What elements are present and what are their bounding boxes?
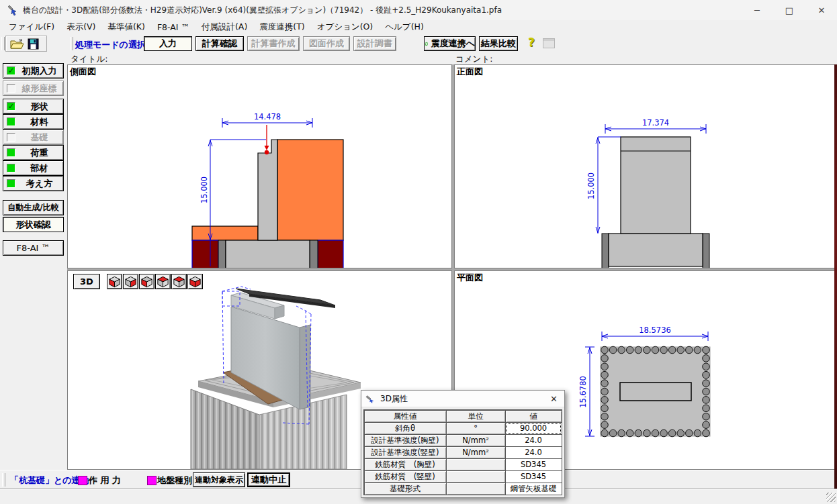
menubar: ファイル(F) 表示(V) 基準値(K) F8-AI ™ 付属設計(A) 震度連… (0, 20, 837, 34)
attributes-table: 属性値 単位 値 斜角θ ° 90.000 設計基準強度(胸壁) N/mm² 2… (363, 409, 562, 495)
field-labels-row: タイトル: コメント: (67, 53, 837, 64)
front-width-dimension: 17.374 (642, 118, 669, 128)
open-file-icon[interactable] (10, 38, 24, 50)
front-view-panel: 正面図 17.374 15.000 (454, 64, 837, 268)
side-width-dimension: 14.478 (254, 112, 281, 121)
plan-width-dimension: 18.5736 (639, 325, 671, 335)
side-view-drawing: 14.478 15.000 (68, 65, 451, 268)
table-row: 設計基準強度(竪壁) N/mm² 24.0 (364, 446, 562, 458)
sidebar-item-foundation: 基礎 (3, 130, 64, 145)
value-cell[interactable]: 鋼管矢板基礎 (505, 483, 562, 495)
footing-plan (601, 347, 710, 436)
checkbox-empty-icon (7, 84, 15, 93)
side-height-dimension: 15.000 (200, 177, 209, 203)
sidebar-item-initial-input[interactable]: ✓初期入力 (3, 63, 64, 79)
header-unit: 単位 (446, 410, 506, 423)
menu-seismic-link[interactable]: 震度連携(T) (253, 20, 310, 34)
window-title: 橋台の設計・3D配筋(部分係数法・H29道示対応)Ver.9 (x64)(翼壁拡… (23, 5, 502, 16)
seismic-link-label: 震度連携へ (431, 38, 475, 50)
abutment-wall-section (258, 140, 277, 240)
value-cell[interactable]: 90.000 (505, 422, 562, 435)
menu-options[interactable]: オプション(O) (311, 20, 380, 34)
sidebar-item-shape[interactable]: ✓形状 (3, 99, 64, 114)
value-cell[interactable]: 24.0 (505, 434, 562, 447)
wall-side-face (300, 325, 310, 409)
menu-view[interactable]: 表示(V) (60, 20, 101, 34)
front-view-title: 正面図 (456, 66, 484, 78)
comment-field-label: コメント: (455, 54, 492, 65)
mode-select-label: 処理モードの選択 (75, 39, 146, 51)
auto-generate-compare-button[interactable]: 自動生成/比較 (3, 200, 64, 215)
seismic-link-button[interactable]: 震度連携へ (424, 36, 476, 51)
sidebar-item-material[interactable]: 材料 (3, 114, 64, 130)
form-window-icon (543, 38, 555, 48)
dialog-icon (365, 394, 376, 403)
side-view-panel: 側面図 14.478 15.000 (67, 64, 452, 268)
table-row: 設計基準強度(胸壁) N/mm² 24.0 (364, 434, 562, 446)
checkbox-checked-icon: ✓ (7, 66, 15, 75)
shape-confirm-button[interactable]: 形状確認 (3, 217, 64, 232)
checkbox-filled-icon (7, 117, 15, 126)
table-row: 鉄筋材質 (胸壁) SD345 (364, 458, 562, 470)
toolbar-grip (1, 37, 5, 50)
toolbar: 処理モードの選択 入力 計算確認 計算書作成 図面作成 設計調書 震度連携へ 結… (0, 34, 837, 54)
sidebar: ✓初期入力 線形座標 ✓形状 材料 基礎 荷重 部材 考え方 自動生成/比較 形… (0, 53, 67, 470)
result-compare-button[interactable]: 結果比較 (479, 36, 518, 51)
plan-height-dimension: 15.6780 (578, 376, 588, 408)
menu-f8ai[interactable]: F8-AI ™ (151, 21, 195, 34)
toolbar-grip (70, 37, 73, 50)
abort-link-button[interactable]: 連動中止 (247, 472, 290, 487)
dialog-close-button[interactable]: ✕ (547, 394, 560, 404)
pile-foundation-link-label[interactable]: 「杭基礎」との連動 (10, 474, 89, 487)
mode-design-book-button: 設計調書 (353, 36, 396, 51)
pile-block-left-face (191, 389, 259, 469)
show-link-target-button[interactable]: 連動対象表示 (193, 472, 245, 487)
menu-standard-values[interactable]: 基準値(K) (101, 20, 150, 34)
minimize-button[interactable]: ─ (742, 0, 773, 20)
front-view-drawing: 17.374 15.000 (455, 65, 836, 268)
dialog-title: 3D属性 (380, 393, 543, 405)
close-button[interactable]: ✕ (806, 0, 837, 20)
acting-force-legend-swatch (78, 476, 87, 485)
ground-type-legend-label: 地盤種別 (157, 474, 192, 487)
app-icon (7, 4, 19, 16)
checkbox-empty-icon (7, 133, 15, 142)
mode-report-button: 計算書作成 (247, 36, 300, 51)
side-view-title: 側面図 (69, 66, 97, 78)
sidebar-item-approach[interactable]: 考え方 (3, 176, 64, 191)
right-edge-artifact (834, 64, 837, 489)
f8-ai-button[interactable]: F8-AI ™ (3, 240, 64, 256)
header-value: 値 (505, 410, 562, 423)
mode-drawing-button: 図面作成 (303, 36, 350, 51)
mode-input-button[interactable]: 入力 (144, 36, 192, 51)
header-attribute: 属性値 (364, 410, 447, 423)
menu-file[interactable]: ファイル(F) (3, 20, 60, 34)
value-cell[interactable]: 24.0 (505, 446, 562, 459)
title-field-label: タイトル: (71, 54, 107, 65)
value-cell[interactable]: SD345 (505, 458, 562, 471)
menu-help[interactable]: ヘルプ(H) (379, 20, 430, 34)
front-height-dimension: 15.000 (586, 172, 596, 199)
file-icon-group (5, 36, 47, 52)
checkbox-filled-icon (7, 148, 15, 157)
checkbox-filled-icon (7, 179, 15, 188)
table-row: 鉄筋材質 (竪壁) SD345 (364, 470, 562, 483)
save-icon[interactable] (28, 38, 39, 50)
table-row: 基礎形式 鋼管矢板基礎 (364, 483, 562, 495)
dialog-titlebar[interactable]: 3D属性 ✕ (361, 391, 564, 407)
table-row: 斜角θ ° 90.000 (364, 422, 562, 434)
acting-force-legend-label: 作 用 力 (89, 474, 121, 487)
checkbox-checked-icon: ✓ (7, 102, 15, 111)
resize-grip[interactable] (826, 493, 836, 502)
mode-calc-check-button[interactable]: 計算確認 (195, 36, 244, 51)
help-icon[interactable]: ? (528, 36, 535, 49)
plan-view-title: 平面図 (456, 272, 484, 284)
menu-attached-design[interactable]: 付属設計(A) (195, 20, 253, 34)
sync-icon (425, 40, 429, 48)
sidebar-item-load[interactable]: 荷重 (3, 145, 64, 160)
titlebar: 橋台の設計・3D配筋(部分係数法・H29道示対応)Ver.9 (x64)(翼壁拡… (0, 0, 837, 21)
sidebar-item-member[interactable]: 部材 (3, 160, 64, 176)
ground-type-legend-swatch (147, 476, 157, 485)
value-cell[interactable]: SD345 (505, 470, 562, 483)
maximize-button[interactable]: □ (774, 0, 805, 20)
